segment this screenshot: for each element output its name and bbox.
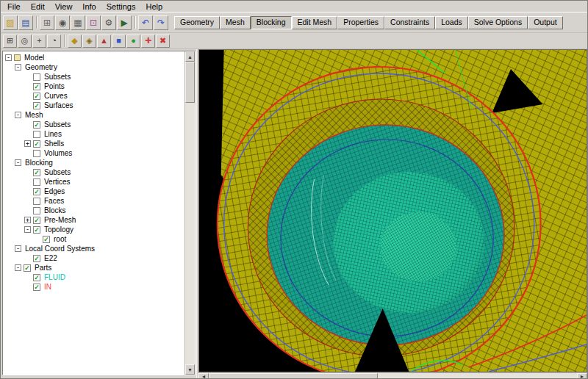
- surface-tool-icon[interactable]: ◈: [82, 35, 96, 48]
- tab-output[interactable]: Output: [528, 16, 563, 29]
- viewport-3d[interactable]: [198, 49, 587, 372]
- tree-node-in[interactable]: ✓IN: [3, 282, 184, 292]
- visibility-checkbox[interactable]: ✓: [33, 255, 40, 262]
- settings-icon[interactable]: ⚙: [101, 15, 116, 30]
- tree-node-local-coord-systems[interactable]: -Local Coord Systems: [3, 244, 184, 253]
- visibility-checkbox[interactable]: ✓: [33, 226, 40, 234]
- tree-scroll-track[interactable]: [185, 62, 195, 364]
- collapse-icon[interactable]: -: [15, 159, 21, 166]
- visibility-checkbox[interactable]: [33, 131, 40, 138]
- tree-scroll-thumb[interactable]: [185, 62, 195, 103]
- check-tool-icon[interactable]: ✚: [141, 35, 155, 48]
- visibility-checkbox[interactable]: ✓: [33, 93, 40, 100]
- collapse-icon[interactable]: -: [15, 245, 21, 252]
- tab-geometry[interactable]: Geometry: [174, 16, 220, 29]
- visibility-checkbox[interactable]: ✓: [33, 102, 40, 109]
- window-layout-icon[interactable]: ▦: [71, 15, 85, 30]
- collapse-icon[interactable]: -: [15, 264, 21, 271]
- redo-icon[interactable]: ↷: [154, 15, 168, 30]
- dice-icon[interactable]: ⊡: [86, 15, 101, 30]
- save-icon[interactable]: ▤: [18, 15, 33, 30]
- pointer-icon[interactable]: ▶: [117, 15, 132, 30]
- tree-node-mesh[interactable]: -Mesh: [3, 110, 184, 120]
- tree-node-pre-mesh[interactable]: +✓Pre-Mesh: [3, 215, 184, 225]
- tree-node-parts[interactable]: -✓Parts: [3, 263, 184, 272]
- collapse-icon[interactable]: -: [15, 64, 21, 71]
- tab-blocking[interactable]: Blocking: [251, 16, 292, 29]
- menu-info[interactable]: Info: [77, 1, 101, 12]
- tree-scrollbar[interactable]: ▲ ▼: [184, 51, 195, 375]
- expand-icon[interactable]: +: [24, 140, 31, 147]
- scroll-up-icon[interactable]: ▲: [185, 51, 195, 62]
- tab-loads[interactable]: Loads: [435, 16, 468, 29]
- measure-icon[interactable]: +: [32, 35, 46, 48]
- tree-node-edges[interactable]: ✓Edges: [3, 187, 184, 196]
- tree-node-faces[interactable]: Faces: [3, 196, 184, 206]
- tree-node-topology[interactable]: -✓Topology: [3, 225, 184, 234]
- tree-node-subsets[interactable]: ✓Subsets: [3, 120, 184, 129]
- tree-node-root[interactable]: ✓root: [3, 234, 184, 244]
- expand-icon[interactable]: +: [24, 217, 31, 223]
- visibility-checkbox[interactable]: [33, 178, 40, 186]
- visibility-checkbox[interactable]: ✓: [33, 217, 40, 224]
- tree-node-volumes[interactable]: Volumes: [3, 148, 184, 158]
- blocking-tool-icon[interactable]: ■: [112, 35, 126, 48]
- collapse-icon[interactable]: -: [5, 54, 12, 61]
- visibility-checkbox[interactable]: [33, 150, 40, 157]
- tab-constraints[interactable]: Constraints: [384, 16, 435, 29]
- tab-edit-mesh[interactable]: Edit Mesh: [292, 16, 338, 29]
- tree-node-surfaces[interactable]: ✓Surfaces: [3, 101, 184, 110]
- visibility-checkbox[interactable]: ✓: [33, 169, 40, 176]
- tree-node-fluid[interactable]: ✓FLUID: [3, 272, 184, 282]
- part-tool-icon[interactable]: ●: [126, 35, 140, 48]
- visibility-checkbox[interactable]: ✓: [33, 121, 40, 129]
- visibility-checkbox[interactable]: [33, 198, 40, 205]
- tree-node-subsets[interactable]: ✓Subsets: [3, 167, 184, 177]
- tree-node-curves[interactable]: ✓Curves: [3, 91, 184, 101]
- screenshot-icon[interactable]: ◉: [55, 15, 70, 30]
- viewport-hscroll[interactable]: ◄ ►: [198, 372, 587, 379]
- fit-window-icon[interactable]: ⊞: [3, 35, 17, 48]
- tab-solve-options[interactable]: Solve Options: [468, 16, 528, 29]
- menu-help[interactable]: Help: [140, 1, 168, 12]
- collapse-icon[interactable]: -: [15, 112, 21, 118]
- menu-file[interactable]: File: [2, 1, 26, 12]
- scroll-left-icon[interactable]: ◄: [198, 373, 209, 379]
- visibility-checkbox[interactable]: ✓: [24, 264, 31, 272]
- scroll-down-icon[interactable]: ▼: [185, 364, 195, 375]
- visibility-checkbox[interactable]: ✓: [33, 284, 40, 291]
- scroll-right-icon[interactable]: ►: [577, 373, 587, 379]
- tree-node-lines[interactable]: Lines: [3, 129, 184, 139]
- tree-node-geometry[interactable]: -Geometry: [3, 62, 184, 72]
- tab-mesh[interactable]: Mesh: [220, 16, 251, 29]
- visibility-checkbox[interactable]: [33, 207, 40, 214]
- visibility-checkbox[interactable]: [33, 73, 40, 81]
- visibility-checkbox[interactable]: ✓: [43, 236, 50, 243]
- tree-node-shells[interactable]: +✓Shells: [3, 139, 184, 148]
- tree-node-blocking[interactable]: -Blocking: [3, 158, 184, 167]
- mesh-tool-icon[interactable]: ▲: [97, 35, 111, 48]
- viewport-scroll-track[interactable]: [209, 373, 577, 379]
- visibility-checkbox[interactable]: ✓: [33, 140, 40, 148]
- menu-settings[interactable]: Settings: [101, 1, 141, 12]
- zoom-icon[interactable]: ◎: [18, 35, 32, 48]
- collapse-icon[interactable]: -: [24, 226, 31, 233]
- geometry-tool-icon[interactable]: ◆: [68, 35, 82, 48]
- delete-tool-icon[interactable]: ✖: [156, 35, 170, 48]
- visibility-checkbox[interactable]: ✓: [33, 83, 40, 90]
- open-icon[interactable]: ▨: [3, 15, 18, 30]
- tab-properties[interactable]: Properties: [337, 16, 384, 29]
- menu-view[interactable]: View: [50, 1, 78, 12]
- viewport-scroll-thumb[interactable]: [209, 373, 378, 379]
- visibility-checkbox[interactable]: ✓: [33, 274, 40, 281]
- tree-node-blocks[interactable]: Blocks: [3, 206, 184, 215]
- tree-node-model[interactable]: -Model: [3, 53, 184, 62]
- rotate-view-icon[interactable]: ◔: [47, 35, 61, 48]
- tree-node-e22[interactable]: ✓E22: [3, 253, 184, 263]
- visibility-checkbox[interactable]: ✓: [33, 188, 40, 195]
- tree-node-vertices[interactable]: Vertices: [3, 177, 184, 187]
- tree-node-points[interactable]: ✓Points: [3, 82, 184, 91]
- undo-icon[interactable]: ↶: [138, 15, 153, 30]
- menu-edit[interactable]: Edit: [26, 1, 50, 12]
- tree-node-subsets[interactable]: Subsets: [3, 72, 184, 82]
